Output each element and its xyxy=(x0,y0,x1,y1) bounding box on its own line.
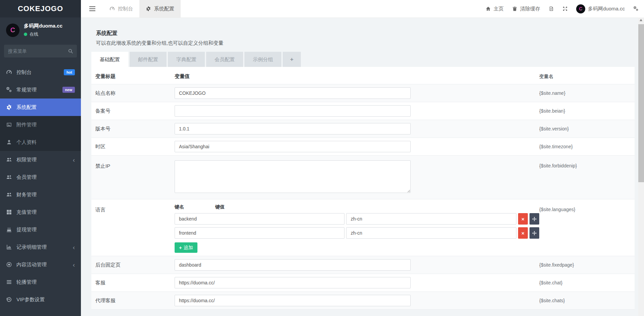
user-menu[interactable]: C 多码网duoma.cc xyxy=(576,4,625,13)
fixed-page-input[interactable] xyxy=(175,259,411,271)
sidebar-item-withdraw[interactable]: 提现管理 xyxy=(0,221,81,238)
scrollbar-thumb[interactable] xyxy=(638,24,644,182)
config-row-chat: 客服{$site.chat} xyxy=(91,274,635,292)
badge-new: new xyxy=(62,87,75,93)
forbidden-ip-textarea[interactable] xyxy=(175,160,411,193)
app-logo[interactable]: COKEJOGO xyxy=(0,0,81,17)
append-row-button[interactable]: +追加 xyxy=(175,242,197,253)
user-panel: C 多码网duoma.cc 在线 xyxy=(0,17,81,41)
sidebar-item-system-config[interactable]: 系统配置 xyxy=(0,98,81,116)
gears-icon xyxy=(6,87,12,93)
sidebar-item-auth[interactable]: 权限管理‹ xyxy=(0,151,81,168)
timezone-input[interactable] xyxy=(175,141,411,152)
row-title: 代理客服 xyxy=(95,298,175,304)
sidebar-item-vip-params[interactable]: VIP参数设置 xyxy=(0,291,81,308)
languages-value-input-0[interactable] xyxy=(346,213,516,225)
variable-name: {$site.fixedpage} xyxy=(539,262,574,268)
agent-chat-input[interactable] xyxy=(175,295,411,306)
add-group-tab-button[interactable]: + xyxy=(283,52,301,67)
kv-key-header: 键名 xyxy=(175,204,215,210)
row-title: 备案号 xyxy=(95,108,175,114)
tab-email[interactable]: 邮件配置 xyxy=(130,52,167,67)
user-name: 多码网duoma.cc xyxy=(24,23,62,29)
vertical-scrollbar[interactable] xyxy=(638,17,644,316)
sidebar-toggle-button[interactable] xyxy=(89,5,95,12)
variable-name: {$site.chats} xyxy=(539,298,565,303)
sidebar-item-label: 权限管理 xyxy=(16,157,37,163)
topbar: 控制台系统配置 主页 清除缓存 C 多码网duoma.cc xyxy=(81,0,644,18)
sidebar-item-label: 财务管理 xyxy=(16,192,37,198)
row-title: 禁止IP xyxy=(95,159,175,169)
sidebar-item-label: 会员管理 xyxy=(16,174,37,181)
variable-name: {$site.chat} xyxy=(539,280,562,285)
sidebar-item-member[interactable]: 会员管理 xyxy=(0,168,81,186)
row-value-cell xyxy=(175,277,539,288)
users-icon xyxy=(6,174,12,180)
scroll-up-arrow-icon[interactable] xyxy=(640,19,642,21)
col-header-name: 变量名 xyxy=(539,74,553,80)
move-row-button[interactable] xyxy=(530,213,539,225)
sidebar-item-content[interactable]: 内容活动管理‹ xyxy=(0,256,81,273)
variable-name: {$site.forbiddenip} xyxy=(539,159,577,168)
languages-value-input-1[interactable] xyxy=(346,227,516,239)
topbar-tab-system-config[interactable]: 系统配置 xyxy=(139,0,181,17)
table-header-row: 变量标题 变量值 变量名 xyxy=(91,69,635,84)
user-icon xyxy=(6,139,12,145)
tab-dictionary[interactable]: 字典配置 xyxy=(168,52,205,67)
row-title: 站点名称 xyxy=(95,90,175,96)
sidebar-item-finance[interactable]: 财务管理 xyxy=(0,186,81,203)
delete-row-button[interactable]: × xyxy=(518,213,528,225)
languages-key-input-0[interactable] xyxy=(175,213,344,225)
avatar-logo: C xyxy=(579,6,582,11)
append-label: 追加 xyxy=(184,245,193,251)
list-icon xyxy=(6,279,12,285)
grid-icon xyxy=(6,209,12,215)
sidebar-item-label: 提现管理 xyxy=(16,227,37,233)
site-name-input[interactable] xyxy=(175,87,411,99)
move-row-button[interactable] xyxy=(530,227,539,239)
sidebar-item-profile[interactable]: 个人资料 xyxy=(0,133,81,151)
settings-gears-icon[interactable] xyxy=(633,6,639,11)
languages-key-input-1[interactable] xyxy=(175,227,344,239)
chevron-left-icon: ‹ xyxy=(73,244,75,250)
beian-input[interactable] xyxy=(175,105,411,117)
sidebar-item-general[interactable]: 常规管理new xyxy=(0,81,81,98)
col-header-title: 变量标题 xyxy=(95,73,175,80)
search-icon[interactable] xyxy=(68,48,73,54)
avatar: C xyxy=(576,4,585,13)
page-subtitle: 可以在此增改系统的变量和分组,也可以自定义分组和变量 xyxy=(91,37,635,46)
move-icon xyxy=(532,216,537,222)
topbar-tab-console[interactable]: 控制台 xyxy=(103,0,139,17)
delete-row-button[interactable]: × xyxy=(518,227,528,239)
chevron-left-icon: ‹ xyxy=(73,157,75,163)
tab-basic[interactable]: 基础配置 xyxy=(91,52,128,67)
chat-input[interactable] xyxy=(175,277,411,288)
kv-row: × xyxy=(175,213,539,225)
version-input[interactable] xyxy=(175,123,411,134)
tab-member[interactable]: 会员配置 xyxy=(206,52,243,67)
menu-search xyxy=(4,45,77,57)
config-row-version: 版本号{$site.version} xyxy=(91,120,635,138)
topbar-user-name: 多码网duoma.cc xyxy=(588,6,625,12)
history-icon xyxy=(6,297,12,303)
sidebar-item-dashboard[interactable]: 控制台hot xyxy=(0,64,81,81)
row-title: 版本号 xyxy=(95,126,175,132)
config-row-fixed-page: 后台固定页{$site.fixedpage} xyxy=(91,256,635,274)
home-link[interactable]: 主页 xyxy=(486,6,504,12)
sidebar-item-records[interactable]: 记录明细管理‹ xyxy=(0,238,81,256)
fullscreen-icon[interactable] xyxy=(562,6,568,11)
sidebar-item-carousel[interactable]: 轮播管理 xyxy=(0,273,81,291)
search-input[interactable] xyxy=(4,45,77,57)
config-panel: 系统配置 可以在此增改系统的变量和分组,也可以自定义分组和变量 基础配置邮件配置… xyxy=(91,25,635,310)
language-icon[interactable] xyxy=(549,6,554,11)
sidebar-item-label: 记录明细管理 xyxy=(16,244,47,250)
config-row-agent-chat: 代理客服{$site.chats} xyxy=(91,292,635,310)
clear-cache-button[interactable]: 清除缓存 xyxy=(512,6,540,12)
avatar[interactable]: C xyxy=(6,24,19,37)
sidebar-item-label: 内容活动管理 xyxy=(16,262,47,268)
sidebar-item-recharge[interactable]: 充值管理 xyxy=(0,203,81,221)
sidebar-item-attachment[interactable]: 附件管理 xyxy=(0,116,81,133)
tab-example[interactable]: 示例分组 xyxy=(244,52,281,67)
clear-cache-label: 清除缓存 xyxy=(520,6,540,12)
config-table: 变量标题 变量值 变量名 站点名称{$site.name}备案号{$site.b… xyxy=(91,67,635,310)
